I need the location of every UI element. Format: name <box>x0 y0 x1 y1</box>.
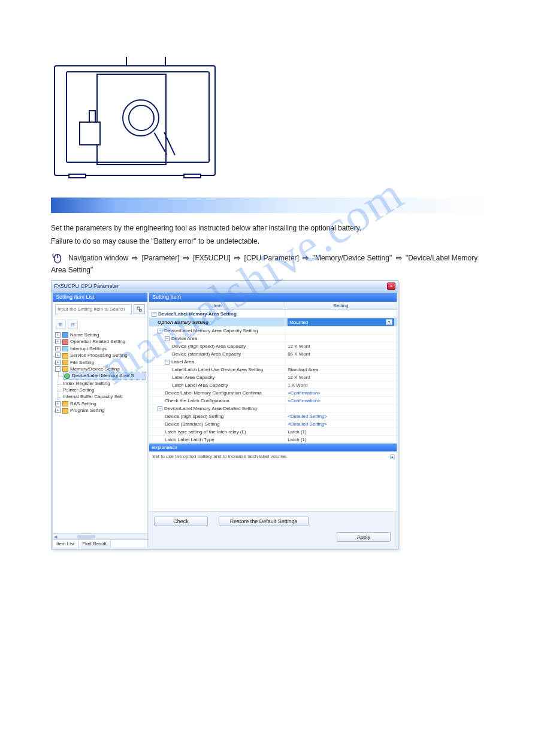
tree-item[interactable]: Device/Label Memory Area S <box>63 372 146 379</box>
table-row[interactable]: Latch Label Latch TypeLatch (1) <box>149 436 397 444</box>
svg-rect-3 <box>139 309 141 311</box>
tree-item[interactable]: +Program Setting <box>55 407 146 414</box>
explanation-head: Explanation <box>149 444 397 451</box>
section-heading-bar <box>51 198 487 213</box>
table-row[interactable]: Device/Label Memory Configuration Confir… <box>149 389 397 397</box>
chevron-down-icon[interactable]: ▼ <box>386 319 392 325</box>
tree-item[interactable]: +Operation Related Setting <box>55 338 146 345</box>
search-input[interactable] <box>55 304 132 314</box>
tree-item[interactable]: Index Register Setting <box>63 380 146 387</box>
tab-item-list[interactable]: Item List <box>53 540 78 548</box>
left-panel-head: Setting Item List <box>53 293 147 302</box>
table-row[interactable]: Device (Standard) Setting<Detailed Setti… <box>149 420 397 428</box>
restore-defaults-button[interactable]: Restore the Default Settings <box>219 517 309 526</box>
cpu-parameter-dialog: FX5UCPU CPU Parameter × Setting Item Lis… <box>51 280 398 549</box>
paragraph-1: Set the parameters by the engineering to… <box>51 224 487 232</box>
right-panel-head: Setting Item <box>149 293 397 302</box>
explanation-body: Set to use the option battery and to inc… <box>149 451 397 511</box>
paragraph-2: Failure to do so may cause the "Battery … <box>51 237 487 245</box>
table-row[interactable]: Latch Label Area Capacity1 K Word <box>149 381 397 389</box>
table-row[interactable]: Device (standard) Area Capacity86 K Word <box>149 350 397 358</box>
tree-item[interactable]: +File Setting <box>55 359 146 366</box>
right-panel: Setting Item Item Setting −Device/Label … <box>149 292 397 548</box>
option-battery-dropdown[interactable]: Mounted ▼ <box>288 318 394 326</box>
row-option-battery[interactable]: Option Battery Setting Mounted ▼ <box>149 318 397 327</box>
tree-item[interactable]: Internal Buffer Capacity Sett <box>63 393 146 400</box>
tree-item[interactable]: +RAS Setting <box>55 400 146 407</box>
settings-grid: −Device/Label Memory Area Setting Option… <box>149 310 397 444</box>
setting-tree: ⊞ ⊟ +Name Setting +Operation Related Set… <box>53 317 147 533</box>
svg-rect-2 <box>137 307 140 309</box>
table-row[interactable]: Device (high speed) Setting<Detailed Set… <box>149 412 397 420</box>
device-line-drawing <box>54 57 222 183</box>
dialog-titlebar: FX5UCPU CPU Parameter × <box>52 281 398 292</box>
close-icon[interactable]: × <box>387 283 395 290</box>
left-panel: Setting Item List ⊞ ⊟ +Name Setting +Ope… <box>52 292 148 548</box>
collapse-all-button[interactable]: ⊟ <box>68 320 78 329</box>
tab-find-result[interactable]: Find Result <box>78 540 110 548</box>
table-row[interactable]: Label Area Capacity12 K Word <box>149 374 397 381</box>
check-button[interactable]: Check <box>154 517 208 526</box>
tree-item[interactable]: +Name Setting <box>55 332 146 338</box>
table-row[interactable]: Device (high speed) Area Capacity12 K Wo… <box>149 342 397 350</box>
search-button[interactable] <box>134 304 145 314</box>
tree-item[interactable]: +Service Processing Setting <box>55 352 146 359</box>
grid-header: Item Setting <box>149 302 397 310</box>
tree-item[interactable]: Pointer Setting <box>63 387 146 393</box>
table-row[interactable]: Latch type setting of the latch relay (L… <box>149 428 397 436</box>
dialog-title: FX5UCPU CPU Parameter <box>54 283 119 289</box>
expand-all-button[interactable]: ⊞ <box>56 320 66 329</box>
scroll-up-icon[interactable]: ▲ <box>390 454 395 459</box>
apply-button[interactable]: Apply <box>337 532 391 542</box>
tree-item[interactable]: −Memory/Device Setting Device/Label Memo… <box>55 366 146 400</box>
tree-hscroll[interactable]: ◀ <box>53 533 147 539</box>
tree-item[interactable]: +Interrupt Settings <box>55 345 146 352</box>
table-row[interactable]: Label/Latch Label Use Device Area Settin… <box>149 366 397 374</box>
navigation-path: Navigation window ⇨ [Parameter] ⇨ [FX5UC… <box>51 254 477 274</box>
mouse-icon <box>51 251 64 266</box>
table-row[interactable]: Check the Latch Configuration<Confirmati… <box>149 397 397 405</box>
